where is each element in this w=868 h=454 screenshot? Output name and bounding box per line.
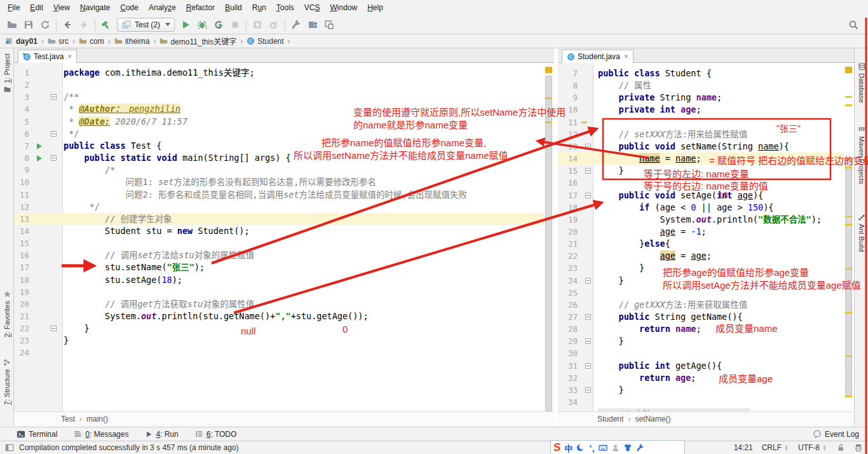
line-number: 19 [558, 214, 578, 226]
toolwindow-database-button[interactable]: Database [855, 62, 868, 103]
toolwindow-favorites-button[interactable]: 2: Favorites [0, 290, 14, 337]
menu-vcs[interactable]: VCS [299, 0, 325, 15]
breadcrumb-class[interactable]: Test [61, 415, 75, 423]
toolwindow-structure-button[interactable]: 7: Structure [0, 359, 14, 405]
warning-stripe-mark[interactable] [845, 216, 852, 217]
event-log-button[interactable]: Event Log [813, 427, 859, 441]
editor-scrollbar[interactable] [844, 63, 854, 411]
terminal-icon [17, 430, 25, 439]
breadcrumb-method[interactable]: main() [86, 415, 108, 423]
toolwindow-terminal-button[interactable]: Terminal [17, 430, 57, 439]
fold-marker-icon[interactable]: − [585, 363, 591, 369]
breadcrumb-itheima[interactable]: itheima› [114, 37, 160, 46]
warning-stripe-mark[interactable] [845, 396, 852, 397]
warning-stripe-mark[interactable] [845, 167, 852, 169]
analysis-status-icon[interactable] [545, 67, 552, 73]
tab-student-java[interactable]: C Student.java × [562, 50, 634, 63]
hammer-button[interactable] [98, 17, 114, 32]
editor-student-java[interactable]: 7public class Student {8 // 属性9 private … [558, 63, 854, 411]
toolwindow-messages-button[interactable]: 0: Messages [74, 430, 128, 439]
open-button[interactable] [4, 17, 20, 32]
tool-window-toggle-icon[interactable] [5, 443, 14, 452]
menu-view[interactable]: View [48, 0, 75, 15]
toolwindow-todo-button[interactable]: 6: TODO [195, 430, 237, 439]
fold-marker-icon[interactable]: − [51, 326, 57, 331]
menu-run[interactable]: Run [247, 0, 271, 15]
toolwindow-project-button[interactable]: 1: Project [0, 53, 14, 93]
toolwindow-ant-build-button[interactable]: Ant Build [855, 214, 868, 252]
fold-marker-icon[interactable]: − [585, 314, 591, 320]
attach-profiler-button[interactable] [266, 17, 282, 32]
clock: 14:21 [734, 443, 753, 452]
close-icon[interactable]: × [67, 52, 72, 61]
navigation-breadcrumb-bar: day01›src›com›itheima›demo11_this关键字›CSt… [0, 34, 868, 48]
close-icon[interactable]: × [624, 52, 628, 61]
warning-stripe-mark[interactable] [545, 121, 552, 123]
menu-code[interactable]: Code [115, 0, 144, 15]
layout-button[interactable] [321, 17, 337, 32]
breadcrumb-demo11_this关键字[interactable]: demo11_this关键字› [159, 36, 247, 46]
fold-marker-icon[interactable]: − [51, 155, 57, 161]
warning-stripe-mark[interactable] [845, 355, 852, 357]
menu-refactor[interactable]: Refactor [181, 0, 220, 15]
breadcrumb-day01[interactable]: day01› [5, 37, 48, 46]
fold-marker-icon[interactable]: − [585, 278, 591, 284]
analysis-status-icon[interactable] [845, 67, 852, 73]
fold-marker-icon[interactable]: − [51, 131, 57, 137]
debug-button[interactable] [194, 17, 210, 32]
search-everywhere-button[interactable] [845, 17, 862, 32]
warning-stripe-mark[interactable] [845, 268, 852, 270]
sogou-input-toolbar[interactable]: S中’, [550, 440, 685, 454]
line-separator-selector[interactable]: CRLF [762, 443, 789, 452]
warning-stripe-mark[interactable] [845, 104, 852, 106]
warning-stripe-mark[interactable] [845, 224, 852, 226]
hector-inspection-icon[interactable] [854, 443, 863, 452]
menu-build[interactable]: Build [220, 0, 247, 15]
red-annotation-text: 18 [718, 190, 728, 200]
breadcrumb-src[interactable]: src› [48, 37, 79, 46]
run-configuration-selector[interactable]: Test (2) [117, 18, 175, 32]
menu-tools[interactable]: Tools [271, 0, 299, 15]
fold-marker-icon[interactable]: − [585, 144, 591, 149]
fold-marker-icon[interactable]: − [585, 338, 591, 344]
profiler-button[interactable] [249, 17, 266, 32]
warning-stripe-mark[interactable] [845, 96, 852, 98]
menu-file[interactable]: File [3, 0, 25, 15]
run-line-marker-icon[interactable] [37, 155, 42, 162]
run-line-marker-icon[interactable] [37, 143, 42, 149]
code-text: }else{ [598, 238, 670, 250]
line-number: 32 [558, 372, 578, 384]
menu-navigate[interactable]: Navigate [75, 0, 115, 15]
toolwindow-run-button[interactable]: 4: Run [145, 430, 178, 439]
line-number: 23 [14, 334, 29, 347]
fold-marker-icon[interactable]: − [585, 387, 591, 393]
code-text: 问题1: set方法的形参名没有起到知名达意,所以需要修改形参名 [64, 176, 376, 188]
warning-stripe-mark[interactable] [545, 97, 552, 99]
breadcrumb-method[interactable]: setName() [635, 415, 670, 423]
run-button[interactable] [177, 17, 194, 32]
menu-edit[interactable]: Edit [25, 0, 48, 15]
menu-help[interactable]: Help [362, 0, 388, 15]
wrench-button[interactable] [288, 17, 304, 32]
fold-marker-icon[interactable]: − [585, 168, 591, 174]
breadcrumb-class[interactable]: Student [597, 415, 623, 423]
back-button[interactable] [59, 17, 76, 32]
warning-stripe-mark[interactable] [845, 312, 852, 313]
menu-analyze[interactable]: Analyze [144, 0, 181, 15]
tab-test-java[interactable]: C Test.java × [18, 50, 77, 63]
project-structure-button[interactable] [304, 17, 321, 32]
encoding-selector[interactable]: UTF-8 [798, 443, 827, 452]
breadcrumb-Student[interactable]: CStudent› [247, 37, 294, 46]
fold-marker-icon[interactable]: − [585, 193, 591, 198]
save-button[interactable] [20, 17, 37, 32]
scrollbar-thumb[interactable] [545, 76, 552, 411]
breadcrumb-com[interactable]: com› [79, 37, 114, 46]
coverage-button[interactable] [210, 17, 227, 32]
menu-window[interactable]: Window [325, 0, 362, 15]
stop-button[interactable] [227, 17, 243, 32]
forward-button[interactable] [76, 17, 92, 32]
lock-icon[interactable] [836, 443, 845, 452]
sync-button[interactable] [37, 17, 53, 32]
fold-marker-icon[interactable]: − [51, 94, 57, 100]
line-number: 19 [14, 286, 29, 298]
